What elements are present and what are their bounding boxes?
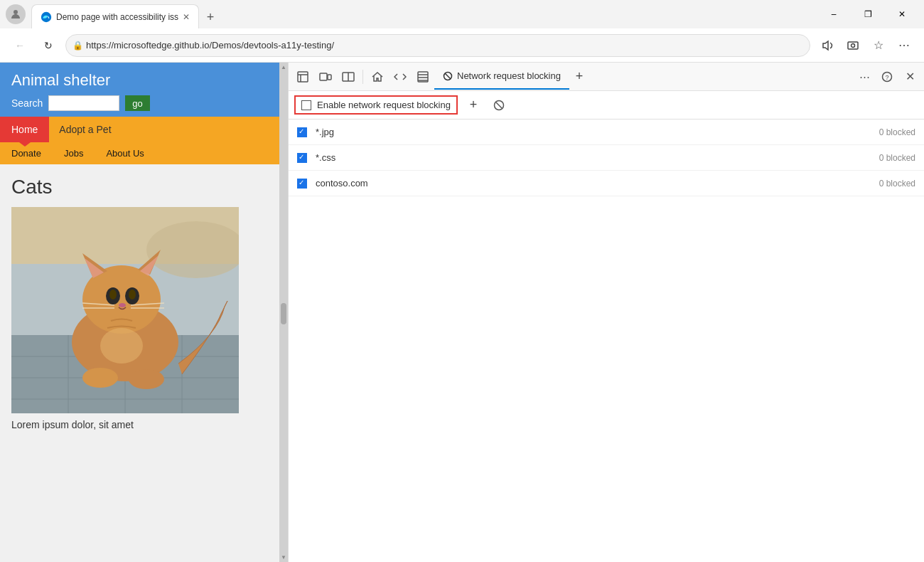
enable-blocking-area[interactable]: Enable network request blocking	[294, 95, 458, 115]
tab-separator-1	[362, 70, 363, 84]
blocking-toolbar: Enable network request blocking +	[289, 91, 924, 120]
svg-point-3	[852, 43, 855, 47]
window-controls: – ❐ ✕	[817, 3, 918, 26]
blocked-count-jpg: 0 blocked	[879, 127, 915, 137]
new-tab-button[interactable]: +	[199, 6, 222, 28]
devtools-panel: Network request blocking + ⋯ ? ✕	[288, 63, 924, 562]
svg-rect-33	[320, 73, 327, 80]
clear-patterns-button[interactable]	[489, 95, 509, 115]
tab-bar: Demo page with accessibility iss ✕ +	[31, 0, 817, 28]
user-avatar	[6, 4, 26, 24]
network-blocking-tab[interactable]: Network request blocking	[434, 64, 569, 90]
device-emulation-icon[interactable]	[314, 64, 337, 90]
go-button[interactable]: go	[125, 95, 149, 111]
network-icon[interactable]	[412, 64, 434, 90]
more-tabs-icon[interactable]: ⋯	[853, 64, 876, 90]
svg-point-22	[109, 290, 117, 299]
page-content: Cats	[0, 164, 279, 562]
blocked-count-css: 0 blocked	[879, 153, 915, 163]
table-row[interactable]: contoso.com 0 blocked	[289, 171, 924, 196]
add-pattern-button[interactable]: +	[463, 95, 483, 115]
nav-adopt-item[interactable]: Adopt a Pet	[49, 117, 121, 142]
nav-home-item[interactable]: Home	[0, 117, 49, 142]
svg-line-46	[496, 102, 502, 108]
edge-icon	[41, 11, 52, 23]
lock-icon: 🔒	[72, 41, 83, 51]
window-chrome: Demo page with accessibility iss ✕ + – ❐…	[0, 0, 924, 562]
svg-point-23	[129, 290, 136, 299]
pattern-list: *.jpg 0 blocked *.css 0 blocked contoso.…	[289, 120, 924, 562]
browser-page: Animal shelter Search go Home Adopt a Pe…	[0, 63, 288, 562]
address-input[interactable]	[65, 34, 810, 57]
nav-subitems: Donate Jobs About Us	[0, 142, 279, 164]
pattern-checkbox-contoso[interactable]	[297, 179, 307, 189]
svg-point-24	[119, 303, 126, 307]
cat-illustration	[11, 207, 239, 413]
source-code-icon[interactable]	[389, 64, 412, 90]
blocked-count-contoso: 0 blocked	[879, 179, 915, 189]
search-row: Search go	[11, 95, 268, 111]
svg-text:?: ?	[886, 74, 889, 81]
active-tab[interactable]: Demo page with accessibility iss ✕	[31, 4, 199, 28]
blocking-tab-label: Network request blocking	[457, 70, 561, 81]
refresh-button[interactable]: ↻	[37, 34, 60, 57]
shelter-header: Animal shelter Search go	[0, 63, 279, 117]
svg-point-31	[100, 328, 143, 364]
table-row[interactable]: *.jpg 0 blocked	[289, 120, 924, 145]
address-wrapper: 🔒	[65, 34, 810, 57]
cat-image	[11, 207, 239, 413]
tab-close-icon[interactable]: ✕	[183, 12, 190, 22]
minimize-button[interactable]: –	[817, 3, 850, 26]
search-input[interactable]	[48, 95, 119, 111]
scrollbar-thumb[interactable]	[281, 303, 286, 324]
svg-rect-2	[848, 42, 858, 49]
shelter-title: Animal shelter	[11, 71, 268, 90]
svg-point-29	[82, 368, 118, 388]
svg-point-30	[129, 369, 164, 389]
scroll-up-arrow[interactable]: ▲	[281, 64, 286, 70]
pattern-name-jpg: *.jpg	[316, 127, 879, 137]
maximize-button[interactable]: ❐	[852, 3, 884, 26]
nav-about-item[interactable]: About Us	[95, 142, 155, 164]
pattern-name-contoso: contoso.com	[316, 178, 879, 189]
cats-heading: Cats	[11, 176, 268, 198]
devtools-help-icon[interactable]: ?	[876, 64, 898, 90]
svg-line-42	[445, 73, 451, 79]
devtools-tabs: Network request blocking + ⋯ ? ✕	[289, 63, 924, 91]
lorem-text: Lorem ipsum dolor, sit amet	[11, 419, 268, 430]
screenshot-icon[interactable]	[842, 34, 864, 57]
blocking-tab-icon	[443, 71, 453, 81]
pattern-checkbox-css[interactable]	[297, 153, 307, 163]
pattern-checkbox-jpg[interactable]	[297, 127, 307, 137]
main-area: Animal shelter Search go Home Adopt a Pe…	[0, 63, 924, 562]
close-button[interactable]: ✕	[886, 3, 918, 26]
svg-rect-32	[298, 72, 308, 82]
home-icon[interactable]	[366, 64, 389, 90]
svg-rect-34	[328, 75, 331, 80]
nav-jobs-item[interactable]: Jobs	[53, 142, 95, 164]
devtools-close-icon[interactable]: ✕	[898, 64, 921, 90]
favorites-icon[interactable]: ☆	[867, 34, 890, 57]
split-view-icon[interactable]	[337, 64, 360, 90]
page-scrollbar[interactable]: ▲ ▼	[279, 63, 288, 562]
search-label: Search	[11, 97, 43, 109]
pattern-name-css: *.css	[316, 152, 879, 163]
back-button[interactable]: ←	[9, 34, 31, 57]
tab-title: Demo page with accessibility iss	[56, 12, 178, 22]
scroll-down-arrow[interactable]: ▼	[281, 554, 286, 561]
title-bar: Demo page with accessibility iss ✕ + – ❐…	[0, 0, 924, 28]
enable-blocking-label: Enable network request blocking	[317, 100, 451, 110]
table-row[interactable]: *.css 0 blocked	[289, 145, 924, 171]
add-tab-button[interactable]: +	[569, 67, 589, 87]
nav-menu: Home Adopt a Pet	[0, 117, 279, 142]
enable-blocking-checkbox[interactable]	[301, 100, 311, 110]
browser-toolbar: ☆ ⋯	[816, 34, 915, 57]
inspect-element-icon[interactable]	[291, 64, 314, 90]
more-options-icon[interactable]: ⋯	[893, 34, 915, 57]
read-aloud-icon[interactable]	[816, 34, 839, 57]
svg-point-0	[14, 10, 18, 14]
address-bar: ← ↻ 🔒 ☆ ⋯	[0, 28, 924, 63]
